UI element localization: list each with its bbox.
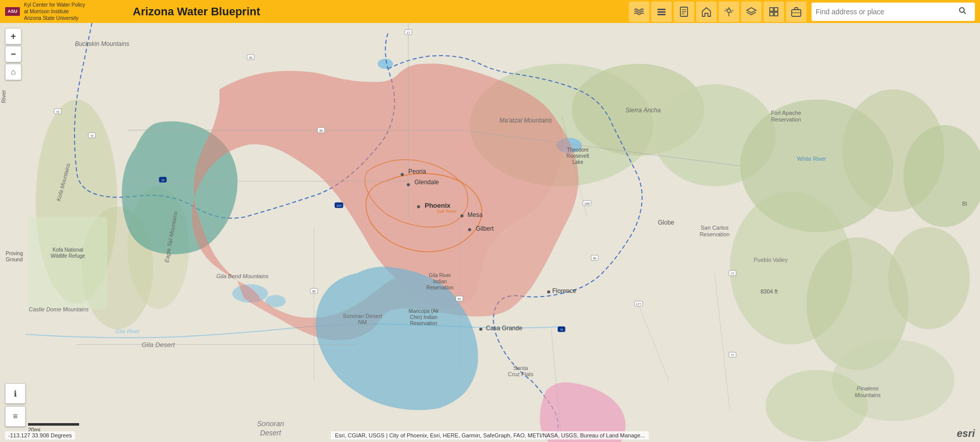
basemap-tool-btn[interactable] — [741, 2, 762, 22]
svg-text:Ma'atzal Mountains: Ma'atzal Mountains — [499, 117, 552, 124]
svg-point-124 — [460, 214, 463, 217]
coordinates-display: -113.127 33.908 Degrees — [5, 431, 75, 439]
svg-text:Cruz Flats: Cruz Flats — [508, 371, 534, 377]
svg-rect-11 — [774, 8, 778, 11]
svg-text:Reservation: Reservation — [771, 116, 801, 122]
svg-text:Reservation: Reservation — [410, 321, 437, 326]
svg-text:San Carlos: San Carlos — [701, 225, 729, 231]
svg-text:Maricopa (Ak: Maricopa (Ak — [409, 308, 439, 314]
svg-point-128 — [547, 290, 550, 293]
svg-text:Ground: Ground — [6, 257, 22, 262]
svg-rect-1 — [657, 11, 666, 13]
toolbar — [629, 2, 806, 22]
list-button[interactable]: ≡ — [5, 406, 26, 427]
svg-text:Buckskin Mountains: Buckskin Mountains — [75, 40, 130, 47]
svg-rect-0 — [657, 9, 666, 10]
basemap-icon — [746, 6, 757, 17]
svg-marker-9 — [747, 8, 756, 13]
waves-icon — [633, 6, 645, 17]
svg-text:Gilbert: Gilbert — [476, 225, 494, 232]
svg-rect-2 — [657, 14, 666, 15]
svg-text:Pinaleno: Pinaleno — [857, 385, 879, 391]
svg-text:Proving: Proving — [6, 251, 23, 256]
svg-text:17: 17 — [407, 31, 410, 34]
svg-text:Desert: Desert — [260, 429, 281, 437]
svg-text:Castle Dome Mountains: Castle Dome Mountains — [29, 306, 89, 312]
svg-text:Reservation: Reservation — [426, 285, 453, 290]
svg-rect-10 — [770, 8, 773, 11]
map-controls: + − ⌂ — [5, 28, 21, 80]
header: ASU Kyl Center for Water Policy at Morri… — [0, 0, 980, 23]
svg-text:Sonoran Desert: Sonoran Desert — [342, 313, 382, 319]
home-tool-btn[interactable] — [696, 2, 717, 22]
svg-rect-12 — [770, 12, 773, 16]
svg-text:Roosevelt: Roosevelt — [567, 153, 590, 159]
info-button[interactable]: ℹ — [5, 383, 26, 404]
svg-text:10: 10 — [161, 179, 165, 182]
briefcase-icon — [791, 6, 802, 17]
svg-text:72: 72 — [90, 134, 94, 137]
svg-text:Sonoran: Sonoran — [257, 420, 284, 428]
svg-text:60: 60 — [320, 129, 323, 132]
svg-text:Gila Desert: Gila Desert — [141, 341, 175, 349]
svg-text:Indian: Indian — [433, 279, 447, 284]
river-edge-label: River — [1, 90, 7, 103]
asu-logo: ASU — [5, 7, 20, 16]
svg-text:Casa Grande: Casa Grande — [486, 325, 523, 332]
svg-text:Phoenix: Phoenix — [425, 202, 451, 209]
svg-point-126 — [468, 228, 471, 231]
svg-text:Santa: Santa — [513, 365, 529, 371]
svg-text:93: 93 — [249, 56, 253, 59]
svg-text:8304 ft: 8304 ft — [761, 288, 778, 294]
layers-tool-btn[interactable] — [651, 2, 672, 22]
esri-logo: esri — [957, 428, 975, 439]
search-button[interactable] — [959, 7, 967, 17]
waves-tool-btn[interactable] — [629, 2, 649, 22]
svg-text:Kofa National: Kofa National — [53, 247, 83, 253]
svg-text:Lake: Lake — [572, 159, 583, 165]
svg-text:Peoria: Peoria — [408, 168, 426, 175]
search-input[interactable] — [816, 8, 959, 16]
svg-rect-13 — [774, 12, 778, 16]
svg-rect-32 — [28, 217, 107, 309]
institute-text: Kyl Center for Water Policy at Morrison … — [24, 2, 85, 21]
asu-text: ASU — [8, 9, 17, 14]
document-tool-btn[interactable] — [674, 2, 694, 22]
svg-text:77: 77 — [731, 272, 734, 275]
svg-text:85: 85 — [312, 290, 316, 293]
briefcase-tool-btn[interactable] — [786, 2, 806, 22]
svg-text:79: 79 — [560, 328, 564, 331]
svg-text:Chin) Indian: Chin) Indian — [410, 314, 437, 320]
svg-point-29 — [766, 370, 868, 441]
logo-area: ASU Kyl Center for Water Policy at Morri… — [5, 2, 128, 21]
location-tool-btn[interactable] — [719, 2, 739, 22]
svg-point-130 — [479, 328, 482, 331]
app-title: Arizona Water Blueprint — [133, 5, 629, 18]
zoom-out-button[interactable]: − — [5, 46, 21, 62]
location-icon — [723, 6, 734, 17]
svg-text:Glendale: Glendale — [414, 179, 439, 186]
svg-text:Florence: Florence — [552, 287, 576, 294]
svg-text:Theodore: Theodore — [567, 147, 589, 153]
home-view-button[interactable]: ⌂ — [5, 64, 21, 80]
svg-text:Gila River: Gila River — [115, 328, 141, 334]
svg-point-27 — [888, 227, 970, 329]
svg-text:60: 60 — [593, 257, 597, 260]
svg-text:Salt River: Salt River — [436, 209, 456, 214]
svg-text:72: 72 — [56, 110, 60, 113]
svg-text:Pueblo Valley: Pueblo Valley — [754, 257, 788, 263]
grid-tool-btn[interactable] — [764, 2, 784, 22]
svg-text:188: 188 — [584, 202, 590, 205]
svg-text:Globe: Globe — [658, 219, 674, 226]
map-container[interactable]: 93 60 60 10 104 72 72 17 85 87 188 79 — [0, 23, 980, 442]
svg-text:Bl: Bl — [962, 201, 967, 207]
svg-text:87: 87 — [458, 298, 461, 301]
grid-icon — [768, 6, 779, 17]
search-area[interactable] — [812, 3, 975, 21]
svg-point-16 — [960, 8, 964, 12]
svg-line-17 — [964, 12, 966, 14]
svg-text:104: 104 — [336, 204, 342, 207]
zoom-in-button[interactable]: + — [5, 28, 21, 44]
home-icon — [701, 6, 712, 17]
svg-point-122 — [417, 205, 420, 208]
